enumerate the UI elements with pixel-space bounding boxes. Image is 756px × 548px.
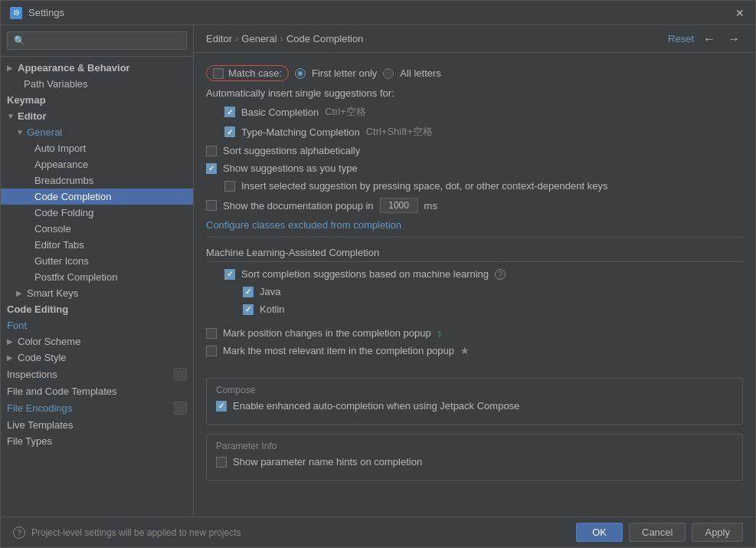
compose-enable-checkbox[interactable]: ✓ <box>216 401 227 412</box>
panel-content: Match case: First letter only All letter… <box>194 53 755 517</box>
bottom-right: OK Cancel Apply <box>576 523 743 542</box>
sidebar-item-color-scheme[interactable]: ▶ Color Scheme <box>1 333 193 349</box>
sidebar-item-inspections[interactable]: Inspections ⊟ <box>1 366 193 383</box>
check-icon: ✓ <box>245 287 251 296</box>
check-icon: ✓ <box>218 402 224 410</box>
sidebar-item-label: File Types <box>7 435 52 447</box>
check-icon: ✓ <box>227 128 233 136</box>
sidebar-item-gutter-icons[interactable]: Gutter Icons <box>1 253 193 269</box>
insert-selected-row: Insert selected suggestion by pressing s… <box>224 180 743 192</box>
sidebar-item-label: General <box>27 126 62 138</box>
ml-section-title: Machine Learning-Assisted Completion <box>206 247 743 262</box>
sidebar-item-live-templates[interactable]: Live Templates <box>1 417 193 433</box>
bottom-left: ? Project-level settings will be applied… <box>13 527 241 539</box>
sidebar-item-code-folding[interactable]: Code Folding <box>1 205 193 221</box>
sort-alphabetically-checkbox[interactable] <box>206 146 217 156</box>
window-icon: ⚙ <box>10 7 22 19</box>
apply-button[interactable]: Apply <box>692 523 743 542</box>
close-button[interactable]: ✕ <box>734 7 746 19</box>
configure-link[interactable]: Configure classes excluded from completi… <box>206 219 401 231</box>
sidebar-item-code-style[interactable]: ▶ Code Style <box>1 349 193 366</box>
inspections-icon: ⊟ <box>174 368 187 381</box>
mark-relevant-label: Mark the most relevant item in the compl… <box>223 345 454 356</box>
first-letter-label: First letter only <box>312 67 377 79</box>
insert-selected-label: Insert selected suggestion by pressing s… <box>241 180 607 192</box>
spacer-2 <box>206 363 743 369</box>
main-panel: Editor › General › Code Completion Reset… <box>194 25 755 517</box>
sidebar-item-keymap[interactable]: Keymap <box>1 92 193 108</box>
sidebar: ▶ Appearance & Behavior Path Variables K… <box>1 25 194 517</box>
basic-completion-checkbox[interactable]: ✓ <box>224 107 235 117</box>
ok-button[interactable]: OK <box>576 523 623 542</box>
title-bar: ⚙ Settings ✕ <box>1 1 755 25</box>
mark-position-checkbox[interactable] <box>206 328 217 339</box>
radio-first-letter[interactable] <box>295 68 306 79</box>
reset-button[interactable]: Reset <box>668 33 694 44</box>
sidebar-item-label: Auto Import <box>34 143 86 154</box>
param-section-title: Parameter Info <box>216 441 733 451</box>
sidebar-item-file-encodings[interactable]: File Encodings ⊟ <box>1 399 193 417</box>
compose-enable-label: Enable enhanced auto-completion when usi… <box>233 400 519 412</box>
ml-kotlin-checkbox[interactable]: ✓ <box>243 304 254 315</box>
docs-delay-input[interactable] <box>380 198 418 213</box>
sidebar-item-general[interactable]: ▼ General <box>1 124 193 140</box>
sidebar-item-label: Font <box>7 320 27 331</box>
search-input[interactable] <box>7 31 187 50</box>
sidebar-item-console[interactable]: Console <box>1 221 193 237</box>
breadcrumb-sep2: › <box>280 33 283 44</box>
match-case-checkbox[interactable] <box>213 68 224 79</box>
ml-java-label: Java <box>260 286 280 297</box>
mark-position-row: Mark position changes in the completion … <box>206 327 743 339</box>
sidebar-item-breadcrumbs[interactable]: Breadcrumbs <box>1 172 193 189</box>
sidebar-item-label: Editor <box>18 110 47 122</box>
sidebar-item-label: Postfix Completion <box>34 271 117 283</box>
show-docs-checkbox[interactable] <box>206 200 217 211</box>
docs-unit-label: ms <box>424 200 437 212</box>
ml-sort-checkbox[interactable]: ✓ <box>224 269 235 280</box>
sidebar-item-label: Path Variables <box>24 78 88 90</box>
ml-java-row: ✓ Java <box>243 286 743 297</box>
question-icon[interactable]: ? <box>495 269 506 280</box>
forward-button[interactable]: → <box>725 31 743 48</box>
cancel-button[interactable]: Cancel <box>629 523 686 542</box>
ml-java-checkbox[interactable]: ✓ <box>243 287 254 297</box>
ml-kotlin-row: ✓ Kotlin <box>243 304 743 315</box>
window-title: Settings <box>28 7 64 18</box>
breadcrumb-sep1: › <box>235 33 238 44</box>
expand-icon: ▼ <box>16 128 24 136</box>
sidebar-item-code-editing[interactable]: Code Editing <box>1 301 193 317</box>
sidebar-item-label: Color Scheme <box>18 336 80 347</box>
insert-selected-checkbox[interactable] <box>224 181 235 192</box>
sidebar-item-label: Code Style <box>18 352 67 363</box>
sidebar-item-file-types[interactable]: File Types <box>1 433 193 449</box>
settings-window: ⚙ Settings ✕ ▶ Appearance & Behavior Pat… <box>0 0 756 548</box>
spacer-1 <box>206 321 743 327</box>
show-suggestions-label: Show suggestions as you type <box>223 162 358 174</box>
sidebar-item-appearance[interactable]: Appearance <box>1 156 193 172</box>
sidebar-item-editor-tabs[interactable]: Editor Tabs <box>1 237 193 253</box>
radio-all-letters[interactable] <box>383 68 394 79</box>
sidebar-item-editor[interactable]: ▼ Editor <box>1 108 193 124</box>
ml-sort-row: ✓ Sort completion suggestions based on m… <box>224 268 743 280</box>
sidebar-item-auto-import[interactable]: Auto Import <box>1 140 193 156</box>
show-param-hints-checkbox[interactable] <box>216 457 227 468</box>
back-button[interactable]: ← <box>700 31 718 48</box>
show-suggestions-checkbox[interactable]: ✓ <box>206 163 217 174</box>
sidebar-item-appearance-behavior[interactable]: ▶ Appearance & Behavior <box>1 60 193 76</box>
breadcrumb: Editor › General › Code Completion <box>206 33 363 44</box>
sidebar-item-code-completion[interactable]: Code Completion <box>1 189 193 205</box>
sidebar-item-label: Code Editing <box>7 304 68 315</box>
sidebar-item-font[interactable]: Font <box>1 317 193 333</box>
sidebar-item-smart-keys[interactable]: ▶ Smart Keys <box>1 285 193 301</box>
show-param-hints-row: Show parameter name hints on completion <box>216 456 733 468</box>
compose-section: Compose ✓ Enable enhanced auto-completio… <box>206 378 743 425</box>
sidebar-item-label: Appearance <box>34 159 88 170</box>
type-matching-label: Type-Matching Completion <box>241 126 360 138</box>
expand-icon: ▶ <box>7 353 15 362</box>
sidebar-item-file-code-templates[interactable]: File and Code Templates <box>1 383 193 399</box>
help-icon[interactable]: ? <box>13 527 25 539</box>
type-matching-checkbox[interactable]: ✓ <box>224 126 235 137</box>
sidebar-item-path-variables[interactable]: Path Variables <box>1 76 193 92</box>
sidebar-item-postfix-completion[interactable]: Postfix Completion <box>1 269 193 285</box>
mark-relevant-checkbox[interactable] <box>206 346 217 356</box>
